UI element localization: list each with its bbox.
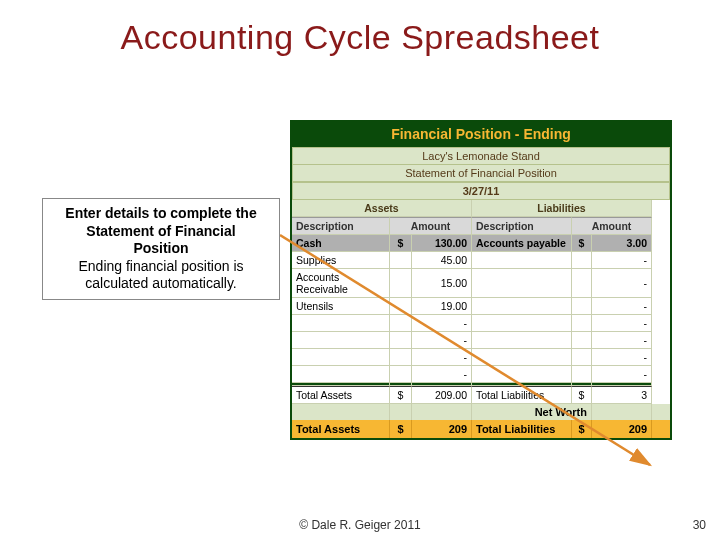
cell-adesc[interactable]: Accounts Receivable xyxy=(292,269,390,298)
cell-ldesc[interactable]: Accounts payable xyxy=(472,235,572,252)
orange-liab-label: Total Liabilities xyxy=(472,420,572,438)
callout-line: Enter details to complete the xyxy=(51,205,271,223)
total-assets-label: Total Assets xyxy=(292,386,390,404)
cell[interactable] xyxy=(390,366,412,383)
cell[interactable]: - xyxy=(412,366,472,383)
col-amount-l: Amount xyxy=(572,217,652,235)
cell-adesc[interactable] xyxy=(292,366,390,383)
callout-line: Position xyxy=(51,240,271,258)
cell[interactable]: $ xyxy=(390,235,412,252)
cell[interactable]: 3.00 xyxy=(592,235,652,252)
callout-line: Ending financial position is xyxy=(51,258,271,276)
col-desc-l: Description xyxy=(472,217,572,235)
cell[interactable]: - xyxy=(592,298,652,315)
total-liab-value: 3 xyxy=(592,386,652,404)
cell[interactable] xyxy=(572,269,592,298)
col-amount-a: Amount xyxy=(390,217,472,235)
total-assets-value: 209.00 xyxy=(412,386,472,404)
orange-assets-value: 209 xyxy=(412,420,472,438)
cell-ldesc[interactable] xyxy=(472,349,572,366)
networth-row: Net Worth xyxy=(292,404,670,420)
cell[interactable]: 45.00 xyxy=(412,252,472,269)
cell-adesc[interactable] xyxy=(292,349,390,366)
cell[interactable] xyxy=(572,366,592,383)
cell[interactable] xyxy=(572,315,592,332)
cell-ldesc[interactable] xyxy=(472,269,572,298)
cell[interactable]: - xyxy=(412,332,472,349)
orange-liab-value: 209 xyxy=(592,420,652,438)
subtotals-row: Total Assets $ 209.00 Total Liabilities … xyxy=(292,386,670,404)
sheet-banner: Financial Position - Ending xyxy=(292,122,670,147)
cell[interactable]: 15.00 xyxy=(412,269,472,298)
cell[interactable]: - xyxy=(592,366,652,383)
instruction-callout: Enter details to complete the Statement … xyxy=(42,198,280,300)
orange-totals-row: Total Assets $ 209 Total Liabilities $ 2… xyxy=(292,420,670,438)
cell[interactable] xyxy=(390,252,412,269)
cell: $ xyxy=(572,420,592,438)
cell[interactable]: - xyxy=(592,332,652,349)
cell-ldesc[interactable] xyxy=(472,315,572,332)
cell[interactable]: - xyxy=(592,315,652,332)
callout-line: calculated automatically. xyxy=(51,275,271,293)
spreadsheet-panel: Financial Position - Ending Lacy's Lemon… xyxy=(290,120,672,440)
statement-date: 3/27/11 xyxy=(292,182,670,200)
cell[interactable]: 130.00 xyxy=(412,235,472,252)
col-desc-a: Description xyxy=(292,217,390,235)
cell[interactable] xyxy=(572,298,592,315)
cell-adesc[interactable]: Cash xyxy=(292,235,390,252)
cell[interactable] xyxy=(572,332,592,349)
cell-ldesc[interactable] xyxy=(472,252,572,269)
liabilities-header: Liabilities xyxy=(472,200,652,217)
cell[interactable] xyxy=(390,269,412,298)
cell: $ xyxy=(390,420,412,438)
cell-adesc[interactable]: Utensils xyxy=(292,298,390,315)
page-number: 30 xyxy=(693,518,706,532)
cell[interactable]: - xyxy=(592,349,652,366)
cell[interactable]: - xyxy=(592,252,652,269)
cell[interactable] xyxy=(572,252,592,269)
cell: $ xyxy=(572,386,592,404)
cell[interactable] xyxy=(390,332,412,349)
assets-header: Assets xyxy=(292,200,472,217)
networth-label: Net Worth xyxy=(531,404,592,420)
cell[interactable]: - xyxy=(412,315,472,332)
cell[interactable] xyxy=(390,298,412,315)
cell: $ xyxy=(390,386,412,404)
cell[interactable]: - xyxy=(412,349,472,366)
cell[interactable] xyxy=(572,349,592,366)
cell-adesc[interactable] xyxy=(292,315,390,332)
callout-line: Statement of Financial xyxy=(51,223,271,241)
statement-name: Statement of Financial Position xyxy=(292,165,670,182)
cell[interactable] xyxy=(390,349,412,366)
cell-ldesc[interactable] xyxy=(472,298,572,315)
cell-adesc[interactable]: Supplies xyxy=(292,252,390,269)
copyright-footer: © Dale R. Geiger 2011 xyxy=(0,518,720,532)
slide-title: Accounting Cycle Spreadsheet xyxy=(0,18,720,57)
cell[interactable]: $ xyxy=(572,235,592,252)
cell[interactable]: - xyxy=(592,269,652,298)
cell[interactable] xyxy=(390,315,412,332)
cell-ldesc[interactable] xyxy=(472,332,572,349)
balance-grid: Assets Liabilities Description Amount De… xyxy=(292,200,670,383)
company-name: Lacy's Lemonade Stand xyxy=(292,147,670,165)
total-liab-label: Total Liabilities xyxy=(472,386,572,404)
orange-assets-label: Total Assets xyxy=(292,420,390,438)
cell-adesc[interactable] xyxy=(292,332,390,349)
cell-ldesc[interactable] xyxy=(472,366,572,383)
cell[interactable]: 19.00 xyxy=(412,298,472,315)
